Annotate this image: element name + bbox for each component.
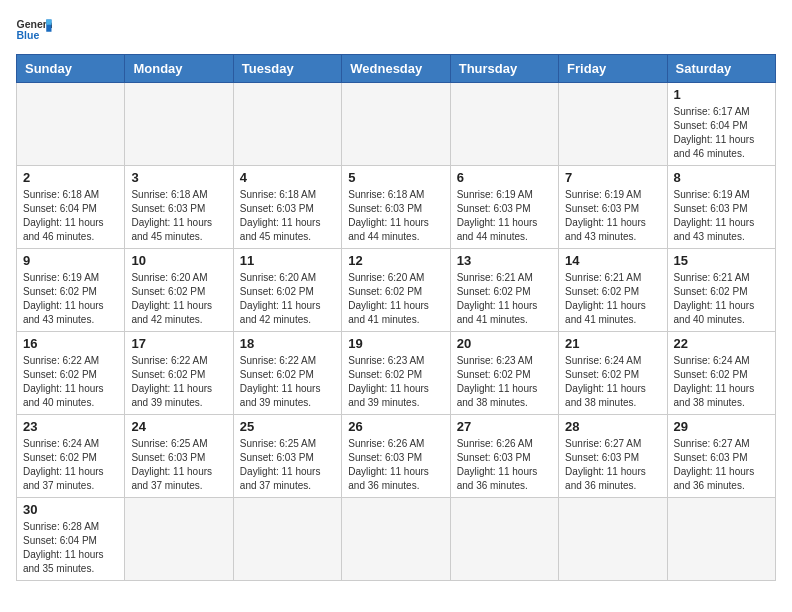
- day-info: Sunrise: 6:21 AM Sunset: 6:02 PM Dayligh…: [565, 271, 660, 327]
- day-cell: [233, 498, 341, 581]
- day-cell: [233, 83, 341, 166]
- week-row-4: 23Sunrise: 6:24 AM Sunset: 6:02 PM Dayli…: [17, 415, 776, 498]
- day-info: Sunrise: 6:22 AM Sunset: 6:02 PM Dayligh…: [23, 354, 118, 410]
- day-number: 7: [565, 170, 660, 185]
- day-cell: 6Sunrise: 6:19 AM Sunset: 6:03 PM Daylig…: [450, 166, 558, 249]
- day-number: 5: [348, 170, 443, 185]
- day-cell: 3Sunrise: 6:18 AM Sunset: 6:03 PM Daylig…: [125, 166, 233, 249]
- calendar-table: SundayMondayTuesdayWednesdayThursdayFrid…: [16, 54, 776, 581]
- day-info: Sunrise: 6:21 AM Sunset: 6:02 PM Dayligh…: [457, 271, 552, 327]
- day-cell: 24Sunrise: 6:25 AM Sunset: 6:03 PM Dayli…: [125, 415, 233, 498]
- day-info: Sunrise: 6:18 AM Sunset: 6:03 PM Dayligh…: [348, 188, 443, 244]
- day-number: 23: [23, 419, 118, 434]
- day-cell: 26Sunrise: 6:26 AM Sunset: 6:03 PM Dayli…: [342, 415, 450, 498]
- day-number: 27: [457, 419, 552, 434]
- page-header: General Blue: [16, 16, 776, 44]
- day-number: 2: [23, 170, 118, 185]
- day-number: 25: [240, 419, 335, 434]
- week-row-1: 2Sunrise: 6:18 AM Sunset: 6:04 PM Daylig…: [17, 166, 776, 249]
- day-cell: 22Sunrise: 6:24 AM Sunset: 6:02 PM Dayli…: [667, 332, 775, 415]
- day-cell: 12Sunrise: 6:20 AM Sunset: 6:02 PM Dayli…: [342, 249, 450, 332]
- day-number: 9: [23, 253, 118, 268]
- day-number: 3: [131, 170, 226, 185]
- day-cell: 20Sunrise: 6:23 AM Sunset: 6:02 PM Dayli…: [450, 332, 558, 415]
- day-number: 24: [131, 419, 226, 434]
- col-header-saturday: Saturday: [667, 55, 775, 83]
- day-cell: [342, 498, 450, 581]
- day-cell: 4Sunrise: 6:18 AM Sunset: 6:03 PM Daylig…: [233, 166, 341, 249]
- day-info: Sunrise: 6:27 AM Sunset: 6:03 PM Dayligh…: [674, 437, 769, 493]
- day-cell: [125, 83, 233, 166]
- day-cell: [450, 83, 558, 166]
- day-info: Sunrise: 6:24 AM Sunset: 6:02 PM Dayligh…: [565, 354, 660, 410]
- day-number: 1: [674, 87, 769, 102]
- week-row-3: 16Sunrise: 6:22 AM Sunset: 6:02 PM Dayli…: [17, 332, 776, 415]
- col-header-sunday: Sunday: [17, 55, 125, 83]
- day-cell: 23Sunrise: 6:24 AM Sunset: 6:02 PM Dayli…: [17, 415, 125, 498]
- calendar-header-row: SundayMondayTuesdayWednesdayThursdayFrid…: [17, 55, 776, 83]
- day-info: Sunrise: 6:27 AM Sunset: 6:03 PM Dayligh…: [565, 437, 660, 493]
- day-cell: 8Sunrise: 6:19 AM Sunset: 6:03 PM Daylig…: [667, 166, 775, 249]
- day-info: Sunrise: 6:18 AM Sunset: 6:03 PM Dayligh…: [131, 188, 226, 244]
- col-header-monday: Monday: [125, 55, 233, 83]
- day-number: 19: [348, 336, 443, 351]
- day-info: Sunrise: 6:22 AM Sunset: 6:02 PM Dayligh…: [240, 354, 335, 410]
- day-number: 17: [131, 336, 226, 351]
- day-info: Sunrise: 6:18 AM Sunset: 6:03 PM Dayligh…: [240, 188, 335, 244]
- day-cell: 7Sunrise: 6:19 AM Sunset: 6:03 PM Daylig…: [559, 166, 667, 249]
- day-info: Sunrise: 6:20 AM Sunset: 6:02 PM Dayligh…: [348, 271, 443, 327]
- day-number: 14: [565, 253, 660, 268]
- day-cell: 16Sunrise: 6:22 AM Sunset: 6:02 PM Dayli…: [17, 332, 125, 415]
- day-number: 29: [674, 419, 769, 434]
- day-info: Sunrise: 6:17 AM Sunset: 6:04 PM Dayligh…: [674, 105, 769, 161]
- week-row-5: 30Sunrise: 6:28 AM Sunset: 6:04 PM Dayli…: [17, 498, 776, 581]
- day-info: Sunrise: 6:23 AM Sunset: 6:02 PM Dayligh…: [348, 354, 443, 410]
- week-row-0: 1Sunrise: 6:17 AM Sunset: 6:04 PM Daylig…: [17, 83, 776, 166]
- day-number: 16: [23, 336, 118, 351]
- day-number: 6: [457, 170, 552, 185]
- day-info: Sunrise: 6:24 AM Sunset: 6:02 PM Dayligh…: [23, 437, 118, 493]
- day-cell: 15Sunrise: 6:21 AM Sunset: 6:02 PM Dayli…: [667, 249, 775, 332]
- day-info: Sunrise: 6:20 AM Sunset: 6:02 PM Dayligh…: [240, 271, 335, 327]
- day-info: Sunrise: 6:20 AM Sunset: 6:02 PM Dayligh…: [131, 271, 226, 327]
- day-number: 18: [240, 336, 335, 351]
- day-number: 22: [674, 336, 769, 351]
- day-number: 21: [565, 336, 660, 351]
- day-cell: [342, 83, 450, 166]
- day-info: Sunrise: 6:23 AM Sunset: 6:02 PM Dayligh…: [457, 354, 552, 410]
- day-cell: 2Sunrise: 6:18 AM Sunset: 6:04 PM Daylig…: [17, 166, 125, 249]
- logo-icon: General Blue: [16, 16, 52, 44]
- day-cell: [559, 83, 667, 166]
- day-cell: 10Sunrise: 6:20 AM Sunset: 6:02 PM Dayli…: [125, 249, 233, 332]
- day-info: Sunrise: 6:24 AM Sunset: 6:02 PM Dayligh…: [674, 354, 769, 410]
- day-cell: 29Sunrise: 6:27 AM Sunset: 6:03 PM Dayli…: [667, 415, 775, 498]
- week-row-2: 9Sunrise: 6:19 AM Sunset: 6:02 PM Daylig…: [17, 249, 776, 332]
- day-cell: 9Sunrise: 6:19 AM Sunset: 6:02 PM Daylig…: [17, 249, 125, 332]
- day-info: Sunrise: 6:26 AM Sunset: 6:03 PM Dayligh…: [348, 437, 443, 493]
- day-number: 4: [240, 170, 335, 185]
- col-header-wednesday: Wednesday: [342, 55, 450, 83]
- day-cell: 5Sunrise: 6:18 AM Sunset: 6:03 PM Daylig…: [342, 166, 450, 249]
- day-info: Sunrise: 6:25 AM Sunset: 6:03 PM Dayligh…: [240, 437, 335, 493]
- day-cell: [17, 83, 125, 166]
- svg-text:Blue: Blue: [17, 29, 40, 41]
- day-cell: [450, 498, 558, 581]
- day-number: 12: [348, 253, 443, 268]
- day-info: Sunrise: 6:19 AM Sunset: 6:02 PM Dayligh…: [23, 271, 118, 327]
- day-info: Sunrise: 6:19 AM Sunset: 6:03 PM Dayligh…: [565, 188, 660, 244]
- day-cell: [559, 498, 667, 581]
- col-header-thursday: Thursday: [450, 55, 558, 83]
- day-number: 20: [457, 336, 552, 351]
- day-number: 13: [457, 253, 552, 268]
- day-number: 30: [23, 502, 118, 517]
- day-info: Sunrise: 6:19 AM Sunset: 6:03 PM Dayligh…: [457, 188, 552, 244]
- day-number: 26: [348, 419, 443, 434]
- day-info: Sunrise: 6:21 AM Sunset: 6:02 PM Dayligh…: [674, 271, 769, 327]
- day-info: Sunrise: 6:18 AM Sunset: 6:04 PM Dayligh…: [23, 188, 118, 244]
- day-number: 15: [674, 253, 769, 268]
- day-number: 8: [674, 170, 769, 185]
- col-header-tuesday: Tuesday: [233, 55, 341, 83]
- day-number: 28: [565, 419, 660, 434]
- logo: General Blue: [16, 16, 56, 44]
- day-cell: 28Sunrise: 6:27 AM Sunset: 6:03 PM Dayli…: [559, 415, 667, 498]
